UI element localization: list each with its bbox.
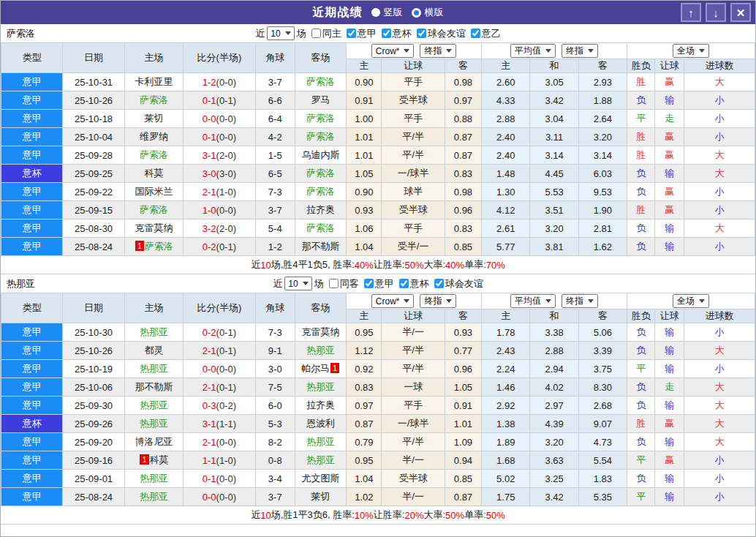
odds-stage-select[interactable]: 终指	[420, 44, 456, 58]
odds-home-cell: 0.93	[347, 201, 382, 219]
league-checkbox[interactable]: 意杯	[396, 277, 429, 290]
games-label: 场	[297, 27, 306, 40]
result-goals-cell: 大	[684, 146, 755, 165]
summary-segment: 让胜率:	[374, 258, 405, 271]
score-cell: 2-1(0-1)	[184, 342, 255, 360]
odds-away-cell: 0.87	[445, 488, 481, 506]
league-checkbox[interactable]: 球会友谊	[431, 277, 483, 290]
league-checkbox[interactable]: 球会友谊	[414, 27, 466, 40]
home-team-cell: 热那亚	[124, 470, 183, 488]
avg-away-cell: 9.07	[578, 415, 627, 433]
match-count-select[interactable]: 10	[284, 277, 311, 290]
league-cell: 意甲	[1, 360, 63, 378]
avg-away-cell: 3.20	[578, 128, 627, 146]
result-outcome-cell: 平	[627, 451, 655, 470]
away-team-cell: 乌迪内斯	[295, 146, 346, 165]
same-venue-checkbox[interactable]: 同主	[309, 27, 341, 40]
home-team-cell: 1科莫	[124, 451, 183, 470]
result-goals-cell: 小	[684, 238, 755, 256]
odds-away-cell: 0.87	[445, 128, 481, 146]
radio-vertical-label: 竖版	[384, 6, 403, 19]
odds-handicap-cell: 一/球半	[382, 165, 445, 183]
odds-home-cell: 0.90	[347, 183, 382, 201]
table-row: 意甲25-10-04维罗纳0-1(0-0)4-2萨索洛1.01平/半0.872.…	[1, 128, 755, 146]
odds-handicap-cell: 半/一	[382, 451, 445, 470]
date-cell: 25-10-26	[63, 91, 124, 110]
radio-vertical-layout[interactable]: 竖版	[371, 6, 403, 19]
page-title: 近期战绩	[313, 5, 363, 20]
same-venue-checkbox-input[interactable]	[311, 29, 321, 38]
league-checkbox-input[interactable]	[471, 29, 480, 38]
fulltime-score: 0-1	[203, 132, 216, 143]
odds-handicap-cell: 平手	[382, 110, 445, 128]
league-checkbox-input[interactable]	[347, 29, 356, 38]
result-goals-cell: 小	[684, 360, 755, 378]
summary-segment: 50%	[404, 260, 423, 271]
odds-stage-select[interactable]: 终指	[420, 294, 456, 308]
team-name: 萨索洛	[7, 27, 35, 40]
avg-away-cell: 1.90	[578, 201, 627, 219]
away-team-name: 克雷莫纳	[302, 326, 340, 337]
average-stage-select[interactable]: 终指	[562, 44, 598, 58]
home-team-name: 萨索洛	[145, 241, 173, 252]
chevron-down-icon	[285, 31, 291, 35]
average-stage-select[interactable]: 终指	[562, 294, 598, 308]
league-checkbox[interactable]: 意甲	[361, 277, 394, 290]
away-team-name: 萨索洛	[306, 222, 335, 233]
move-down-button[interactable]: ↓	[706, 3, 726, 22]
result-handicap-cell: 赢	[655, 451, 684, 470]
odds-handicap-cell: 受半/一	[382, 238, 445, 256]
league-checkbox-input[interactable]	[399, 279, 409, 288]
match-scope-select[interactable]: 全场	[673, 294, 709, 308]
league-checkbox-input[interactable]	[364, 279, 374, 288]
avg-home-cell: 2.92	[482, 397, 530, 415]
summary-segment: 40%	[355, 260, 374, 271]
odds-home-cell: 1.12	[347, 342, 382, 360]
odds-home-cell: 0.90	[347, 73, 382, 91]
match-count-select[interactable]: 10	[267, 26, 294, 40]
match-scope-select-value: 全场	[677, 295, 695, 307]
sub-column-header: 和	[530, 309, 578, 323]
column-header: 客场	[295, 43, 346, 73]
league-checkbox-input[interactable]	[417, 29, 426, 38]
result-outcome-cell: 胜	[627, 73, 655, 91]
league-checkbox-input[interactable]	[382, 29, 391, 38]
league-checkbox-input[interactable]	[434, 279, 444, 288]
average-type-select[interactable]: 平均值	[510, 44, 556, 58]
league-cell: 意甲	[1, 378, 63, 397]
match-scope-select[interactable]: 全场	[673, 44, 709, 58]
away-team-name: 萨索洛	[306, 186, 335, 197]
average-type-select[interactable]: 平均值	[510, 294, 556, 308]
radio-horizontal-layout[interactable]: 横版	[412, 6, 444, 19]
halftime-score: (0-0)	[216, 205, 236, 216]
odds-away-cell: 1.01	[445, 415, 481, 433]
same-venue-checkbox-input[interactable]	[329, 279, 339, 288]
sub-column-header: 让球	[382, 309, 445, 323]
column-header: 主场	[124, 293, 183, 323]
result-outcome-cell: 胜	[627, 415, 655, 433]
odds-company-select[interactable]: Crow*	[371, 44, 415, 58]
home-team-cell: 萨索洛	[124, 146, 183, 165]
corners-cell: 3-7	[255, 201, 295, 219]
red-card-badge: 1	[140, 454, 148, 465]
recent-results-panel: 近期战绩 竖版 横版 ↑ ↓ ✕ 萨索洛近10场同主意甲意杯球会友谊意乙类型日期…	[0, 0, 756, 537]
league-checkbox-label: 球会友谊	[428, 27, 466, 40]
odds-handicap-cell: 平/半	[382, 360, 445, 378]
close-button[interactable]: ✕	[730, 3, 751, 22]
sub-column-header: 进球数	[684, 59, 755, 73]
league-checkbox[interactable]: 意乙	[468, 27, 501, 40]
move-up-button[interactable]: ↑	[681, 3, 701, 22]
date-cell: 25-10-30	[63, 323, 124, 342]
odds-handicap-cell: 平/半	[382, 342, 445, 360]
odds-company-select[interactable]: Crow*	[371, 294, 415, 308]
home-team-cell: 莱切	[124, 110, 183, 128]
league-checkbox[interactable]: 意甲	[344, 27, 377, 40]
column-header: 类型	[1, 293, 63, 323]
same-venue-checkbox[interactable]: 同客	[326, 277, 359, 290]
home-team-name: 卡利亚里	[135, 76, 173, 87]
league-checkbox[interactable]: 意杯	[379, 27, 412, 40]
score-cell: 2-1(0-1)	[184, 378, 255, 397]
away-team-cell: 罗马	[295, 91, 346, 110]
avg-home-cell: 4.33	[482, 91, 530, 110]
odds-handicap-cell: 一球	[382, 378, 445, 397]
